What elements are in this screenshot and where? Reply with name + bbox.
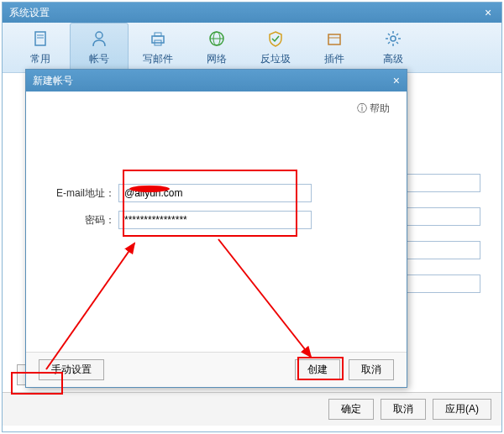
tab-label: 反垃圾 [260, 52, 291, 66]
cancel-button[interactable]: 取消 [381, 399, 426, 420]
globe-icon [207, 29, 227, 49]
svg-line-20 [396, 34, 398, 35]
email-label: E-mail地址： [43, 186, 118, 201]
svg-rect-0 [35, 32, 45, 45]
password-label: 密码： [43, 213, 118, 227]
help-icon: ⓘ [357, 102, 370, 114]
close-icon[interactable]: × [393, 74, 400, 87]
annotation-redact [129, 184, 171, 192]
close-icon[interactable]: × [481, 6, 495, 19]
svg-line-18 [396, 42, 398, 44]
tab-label: 插件 [324, 52, 344, 66]
apply-button[interactable]: 应用(A) [433, 399, 491, 420]
modal-cancel-button[interactable]: 取消 [349, 359, 394, 380]
tab-general[interactable]: 常用 [11, 23, 70, 72]
new-account-dialog: 新建帐号 × ⓘ 帮助 E-mail地址： 密码： 手动设置 创建 取消 [25, 69, 407, 388]
svg-line-17 [388, 34, 390, 35]
tab-label: 常用 [30, 52, 50, 66]
tab-plugins[interactable]: 插件 [305, 23, 364, 72]
tab-network[interactable]: 网络 [187, 23, 246, 72]
toolbar: 常用 帐号 写邮件 网络 反垃圾 插件 高级 [3, 23, 501, 73]
modal-title: 新建帐号 [33, 74, 393, 88]
page-icon [30, 29, 50, 49]
main-titlebar: 系统设置 × [3, 3, 501, 23]
svg-point-3 [96, 32, 102, 39]
tab-label: 写邮件 [143, 52, 173, 66]
shield-icon [265, 29, 286, 49]
printer-icon [148, 29, 168, 49]
svg-point-21 [129, 186, 170, 192]
background-fields [405, 174, 480, 308]
user-icon [89, 29, 109, 49]
password-field[interactable] [118, 211, 312, 229]
svg-rect-4 [152, 36, 164, 43]
tab-label: 帐号 [89, 52, 109, 66]
svg-point-12 [391, 36, 396, 41]
footer: 确定 取消 应用(A) [3, 392, 501, 426]
modal-titlebar: 新建帐号 × [26, 70, 407, 92]
help-link[interactable]: ⓘ 帮助 [357, 102, 390, 116]
tab-spam[interactable]: 反垃圾 [246, 23, 305, 72]
tab-account[interactable]: 帐号 [70, 23, 129, 72]
svg-line-19 [388, 42, 390, 44]
box-icon [324, 29, 344, 49]
tab-label: 网络 [207, 52, 227, 66]
manual-setup-button[interactable]: 手动设置 [39, 359, 104, 380]
svg-rect-10 [328, 34, 340, 44]
tab-advanced[interactable]: 高级 [364, 23, 423, 72]
tab-compose[interactable]: 写邮件 [129, 23, 187, 72]
create-button[interactable]: 创建 [295, 359, 340, 380]
ok-button[interactable]: 确定 [328, 399, 374, 420]
modal-footer: 手动设置 创建 取消 [26, 352, 407, 387]
gear-icon [383, 29, 403, 49]
window-title: 系统设置 [9, 6, 481, 20]
tab-label: 高级 [383, 52, 403, 66]
